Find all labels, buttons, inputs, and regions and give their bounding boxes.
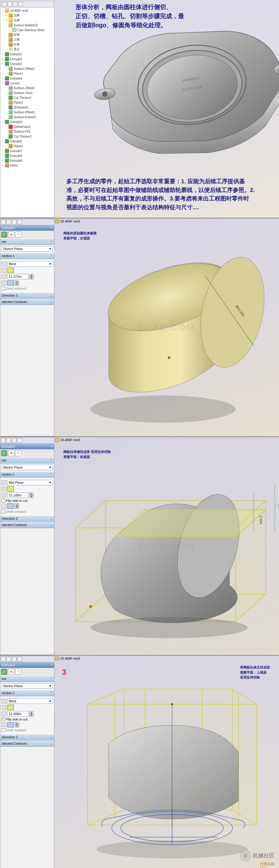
tab-icon[interactable]	[17, 657, 22, 661]
flip-checkbox[interactable]	[1, 499, 5, 502]
tab-icon[interactable]	[1, 657, 6, 661]
tab-icon[interactable]	[12, 657, 16, 661]
from-dropdown[interactable]: Sketch Plane	[1, 465, 53, 470]
end-condition-dropdown[interactable]: Blind	[7, 699, 53, 704]
tree-item[interactable]: + 光源	[1, 18, 54, 23]
color-swatch[interactable]	[7, 705, 14, 710]
reverse-icon[interactable]	[1, 480, 6, 485]
tree-item[interactable]: DeleteFace1	[1, 124, 54, 129]
reverse-icon[interactable]	[1, 699, 6, 704]
cancel-button[interactable]: ✕	[8, 669, 14, 675]
tree-item[interactable]: 前视	[1, 32, 54, 37]
tree-item[interactable]: + Curve1	[1, 81, 54, 86]
help-icon[interactable]: ?	[51, 445, 53, 448]
collapse-icon[interactable]: -	[1, 9, 4, 12]
cancel-button[interactable]: ✕	[8, 450, 14, 456]
direction2-header[interactable]: Direction 2⌄	[0, 292, 54, 299]
draft-icon[interactable]	[1, 722, 6, 727]
expand-icon[interactable]: +	[1, 82, 4, 85]
tab-icon[interactable]	[17, 219, 22, 224]
direction-icon[interactable]	[1, 487, 6, 491]
tree-item[interactable]: + Extrude7	[1, 149, 54, 153]
tree-item[interactable]: + Extrude6	[1, 139, 54, 144]
tree-item[interactable]: Cut-Thicken1	[1, 95, 54, 100]
spinner[interactable]: ▲▼	[29, 493, 34, 498]
view-extrude3[interactable]: 18-405F rev0 3 将阀板柱体正切成形 视图平面：上视面采用拉伸切除	[54, 656, 279, 868]
flip-checkbox[interactable]	[1, 717, 5, 721]
tree-item[interactable]: + 注解	[1, 13, 54, 18]
from-header[interactable]: em⌃	[0, 457, 54, 463]
tree-item[interactable]: + Extrude8	[1, 153, 54, 158]
expand-icon[interactable]: +	[1, 154, 4, 157]
direction2-header[interactable]: Direction 2⌄	[0, 516, 54, 522]
expand-icon[interactable]: +	[1, 164, 4, 167]
cancel-button[interactable]: ✕	[8, 231, 14, 238]
tab-icon[interactable]	[12, 219, 16, 224]
spinner[interactable]: ▲▼	[15, 280, 19, 286]
expand-icon[interactable]: +	[4, 19, 7, 22]
tree-item[interactable]: Surface-Extend1	[1, 115, 54, 119]
ok-button[interactable]	[1, 669, 7, 675]
view-extrude1[interactable]: 18-405F rev0 阀板的原始圆柱体建模草图平面，右视面 Ø	[54, 219, 279, 436]
tree-item[interactable]: + Extrude5	[1, 119, 54, 124]
tree-item[interactable]: Surface-Fill1	[1, 129, 54, 134]
tree-item[interactable]: + Extrude9	[1, 158, 54, 163]
tab-icon[interactable]	[6, 438, 11, 443]
direction1-header[interactable]: rection 1⌃	[0, 690, 54, 696]
contours-header[interactable]: elected Contours⌄	[0, 522, 54, 528]
tab-icon[interactable]	[17, 438, 22, 443]
tree-item[interactable]: Plane1	[1, 71, 54, 76]
draft-icon[interactable]	[1, 281, 6, 285]
expand-icon[interactable]: +	[1, 57, 4, 60]
color-swatch[interactable]	[7, 268, 14, 273]
ok-button[interactable]	[1, 231, 7, 238]
detail-button[interactable]: ?	[15, 669, 21, 675]
tab-icon[interactable]	[1, 219, 6, 224]
expand-icon[interactable]: -	[4, 24, 7, 27]
tree-item[interactable]: Surface-Offset3	[1, 110, 54, 115]
expand-icon[interactable]: +	[1, 53, 4, 56]
expand-icon[interactable]: +	[1, 140, 4, 143]
tree-item[interactable]: 3DSketch1	[1, 105, 54, 110]
ok-button[interactable]	[1, 450, 7, 456]
tree-item[interactable]: + Extrude3	[1, 61, 54, 66]
main-3d-view[interactable]: 形体分析，阀板由圆柱体进行侧切、正切、切槽、钻孔、切割等步骤完成，最后做刻log…	[54, 0, 279, 218]
depth-input[interactable]	[7, 493, 28, 498]
reverse-icon[interactable]	[1, 261, 6, 266]
tree-tab-icon[interactable]	[7, 2, 12, 7]
end-condition-dropdown[interactable]: Mid Plane	[7, 480, 53, 485]
from-dropdown[interactable]: Sketch Plane	[1, 246, 53, 252]
tree-item[interactable]: Surface-Offset2	[1, 86, 54, 90]
tree-item[interactable]: - Surface Bodies(2)	[1, 23, 54, 28]
tree-item[interactable]: + Fillet1	[1, 163, 54, 168]
tree-item[interactable]: 上视	[1, 37, 54, 42]
tab-icon[interactable]	[12, 438, 16, 443]
detail-button[interactable]: ?	[15, 450, 21, 456]
tab-icon[interactable]	[6, 657, 11, 661]
direction2-header[interactable]: Direction 2⌄	[0, 734, 54, 740]
tree-tab-icon[interactable]	[2, 2, 7, 7]
color-swatch[interactable]	[7, 280, 14, 286]
detail-button[interactable]: ?	[15, 231, 21, 238]
direction-icon[interactable]	[1, 268, 6, 273]
depth-input[interactable]	[7, 711, 28, 716]
from-header[interactable]: em⌃	[0, 676, 54, 682]
tree-item[interactable]: Surface-Trim1	[1, 90, 54, 95]
color-swatch[interactable]	[7, 503, 14, 509]
expand-icon[interactable]: +	[4, 14, 7, 17]
direction1-header[interactable]: rection 1⌃	[0, 253, 54, 259]
contours-header[interactable]: elected Contours⌄	[0, 299, 54, 305]
tree-item[interactable]: + Extrude1	[1, 52, 54, 57]
from-dropdown[interactable]: Sketch Plane	[1, 683, 53, 689]
view-extrude2[interactable]: 18-405F rev0 阀板柱体侧切成形 采用拉伸切除草图平面：前视面	[54, 437, 279, 655]
tree-item[interactable]: Plane2	[1, 100, 54, 105]
tree-tab-icon[interactable]	[18, 2, 23, 7]
tab-icon[interactable]	[1, 438, 6, 443]
tree-item[interactable]: Cut-Thicken2	[1, 134, 54, 139]
tree-item[interactable]: Plane3	[1, 144, 54, 149]
tree-tab-icon[interactable]	[13, 2, 18, 7]
help-icon[interactable]: ?	[51, 226, 53, 230]
spinner[interactable]: ▲▼	[29, 274, 34, 279]
depth-input[interactable]	[7, 274, 28, 279]
direction-icon[interactable]	[1, 705, 6, 710]
